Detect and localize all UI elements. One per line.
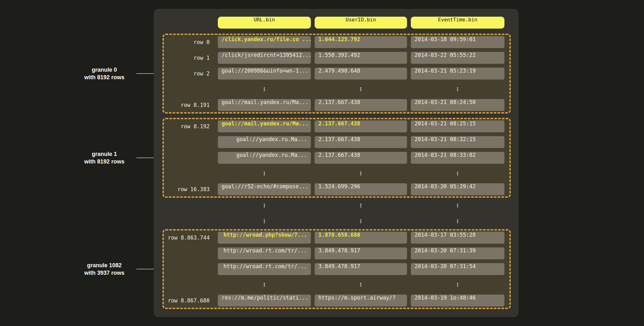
cell-userid: 2.137.667.438 (315, 120, 407, 132)
annotation-granule-1082-text: granule 1082 with 3937 rows (72, 262, 136, 277)
row-label: row 8.863.744 (167, 235, 214, 241)
cell-userid: 3.849.478.917 (315, 263, 407, 275)
row-label: row 1 (167, 55, 214, 61)
table-row: row 8.863.744 http://wroad.php?show/7...… (167, 232, 506, 244)
vertical-ellipsis-icon: ⋮ (218, 203, 311, 208)
cell-eventtime: 2014-03-21 08:32:15 (411, 136, 504, 148)
vertical-ellipsis-icon: ⋮ (315, 171, 407, 176)
annotation-line2: with 8192 rows (72, 74, 136, 81)
cell-eventtime: 2014-03-18 09:59:01 (411, 36, 504, 48)
granule-box-0: row 0 /click.yandex.ru/file.co ... 1.644… (162, 34, 511, 113)
cell-eventtime: 2014-03-20 05:29:42 (411, 183, 504, 195)
row-label: row 8.867.680 (167, 297, 214, 304)
cell-eventtime: 2014-03-21 08:24:50 (411, 99, 504, 111)
cell-eventtime: 2014-03-21 08:33:02 (411, 152, 504, 164)
column-headers: URL.bin UserID.bin EventTime.bin (162, 17, 511, 29)
cell-url: goal://200986&uinfo=wn-1... (218, 68, 311, 80)
ellipsis-row: ⋮ ⋮ ⋮ (167, 168, 506, 180)
vertical-ellipsis-icon: ⋮ (218, 86, 311, 92)
cell-url: goal://yandex.ru.Ma... (218, 152, 311, 164)
cell-eventtime: 2014-03-20 07:31:39 (411, 247, 504, 259)
table-row: row 16.383 goal://r52-echo/#compose... 1… (167, 183, 506, 195)
vertical-ellipsis-icon: ⋮ (315, 203, 407, 208)
annotation-line1: granule 1082 (72, 262, 136, 269)
cell-url: /click.yandex.ru/file.co ... (218, 36, 311, 48)
cell-eventtime: 2014-03-21 08:25:15 (411, 120, 504, 132)
cell-eventtime: 2014-03-20 07:31:54 (411, 263, 504, 275)
table-row: row 1 /click/jsredircnt=1395412... 1.558… (167, 52, 506, 64)
row-label: row 16.383 (167, 186, 214, 192)
table-row: row 8.192 goal://mail.yandex.ru/Ma... 2.… (167, 120, 506, 132)
canvas: { "columns": [ { "label": "URL.bin" }, {… (0, 0, 644, 326)
table-row: goal://yandex.ru.Ma... 2.137.667.438 201… (167, 136, 506, 148)
cell-userid: 1.524.699.296 (315, 183, 407, 195)
cell-userid: 1.558.392.492 (315, 52, 407, 64)
column-header-eventtime-bin: EventTime.bin (411, 17, 504, 29)
cell-eventtime: 2014-03-21 05:23:19 (411, 68, 504, 80)
vertical-ellipsis-icon: ⋮ (218, 218, 311, 224)
cell-url: goal://r52-echo/#compose... (218, 183, 311, 195)
granule-box-1: row 8.192 goal://mail.yandex.ru/Ma... 2.… (162, 118, 511, 198)
vertical-ellipsis-icon: ⋮ (218, 282, 311, 288)
annotation-granule-1082: granule 1082 with 3937 rows (72, 260, 163, 279)
cell-eventtime: 2014-03-22 05:55:22 (411, 52, 504, 64)
cell-eventtime: 2014-03-19 1o:48:46 (411, 295, 504, 307)
column-header-url-bin: URL.bin (218, 17, 311, 29)
cell-userid: 1.644.125.792 (315, 36, 407, 48)
row-label: row 2 (167, 70, 214, 77)
vertical-ellipsis-icon: ⋮ (315, 282, 407, 288)
vertical-ellipsis-icon: ⋮ (411, 86, 504, 92)
cell-url: goal://mail.yandex.ru/Ma... (218, 120, 311, 132)
cell-url: res://m.me/politic/stati... (218, 295, 311, 307)
annotation-line1: granule 0 (72, 66, 136, 74)
row-label: row 0 (167, 39, 214, 45)
annotation-line2: with 8192 rows (72, 158, 136, 165)
table-row: goal://yandex.ru.Ma... 2.137.667.438 201… (167, 152, 506, 164)
annotation-granule-1: granule 1 with 8192 rows (72, 148, 163, 167)
granule-box-1082: row 8.863.744 http://wroad.php?show/7...… (162, 229, 511, 309)
ellipsis-row: ⋮ ⋮ ⋮ (167, 83, 506, 95)
column-header-userid-bin: UserID.bin (315, 17, 407, 29)
cell-userid: 1.878.658.680 (315, 232, 407, 244)
vertical-ellipsis-icon: ⋮ (315, 86, 407, 92)
table-row: row 0 /click.yandex.ru/file.co ... 1.644… (167, 36, 506, 48)
cell-userid: 2.479.498.648 (315, 68, 407, 80)
table-row: row 8.867.680 res://m.me/politic/stati..… (167, 295, 506, 307)
cell-url: goal://mail.yandex.ru/Ma... (218, 99, 311, 111)
row-label: row 8.192 (167, 123, 214, 130)
cell-userid: 3.849.478.917 (315, 247, 407, 259)
ellipsis-row: ⋮ ⋮ ⋮ (162, 198, 511, 213)
cell-userid: 2.137.667.438 (315, 152, 407, 164)
cell-url: goal://yandex.ru.Ma... (218, 136, 311, 148)
cell-url: http://wroad.rt.com/tr/... (218, 247, 311, 259)
annotation-granule-0-text: granule 0 with 8192 rows (72, 66, 136, 81)
vertical-ellipsis-icon: ⋮ (411, 282, 504, 288)
annotation-line1: granule 1 (72, 150, 136, 158)
cell-url: /click/jsredircnt=1395412... (218, 52, 311, 64)
cell-userid: https://m.sport.airway/? (315, 295, 407, 307)
table-panel: URL.bin UserID.bin EventTime.bin row 0 /… (154, 9, 519, 317)
cell-userid: 2.137.667.438 (315, 136, 407, 148)
vertical-ellipsis-icon: ⋮ (218, 171, 311, 176)
ellipsis-row: ⋮ ⋮ ⋮ (167, 279, 506, 291)
row-label: row 8.191 (167, 102, 214, 108)
table-row: row 2 goal://200986&uinfo=wn-1... 2.479.… (167, 68, 506, 80)
table-row: http://wroad.rt.com/tr/... 3.849.478.917… (167, 247, 506, 259)
cell-url: http://wroad.rt.com/tr/... (218, 263, 311, 275)
ellipsis-row: ⋮ ⋮ ⋮ (162, 213, 511, 229)
cell-userid: 2.137.667.438 (315, 99, 407, 111)
vertical-ellipsis-icon: ⋮ (411, 203, 504, 208)
annotation-granule-0: granule 0 with 8192 rows (72, 64, 163, 83)
cell-eventtime: 2014-03-17 03:55:28 (411, 232, 504, 244)
vertical-ellipsis-icon: ⋮ (315, 218, 407, 224)
vertical-ellipsis-icon: ⋮ (411, 171, 504, 176)
table-row: row 8.191 goal://mail.yandex.ru/Ma... 2.… (167, 99, 506, 111)
annotation-granule-1-text: granule 1 with 8192 rows (72, 150, 136, 166)
table-row: http://wroad.rt.com/tr/... 3.849.478.917… (167, 263, 506, 275)
annotation-line2: with 3937 rows (72, 269, 136, 277)
cell-url: http://wroad.php?show/7... (218, 232, 311, 244)
vertical-ellipsis-icon: ⋮ (411, 218, 504, 224)
